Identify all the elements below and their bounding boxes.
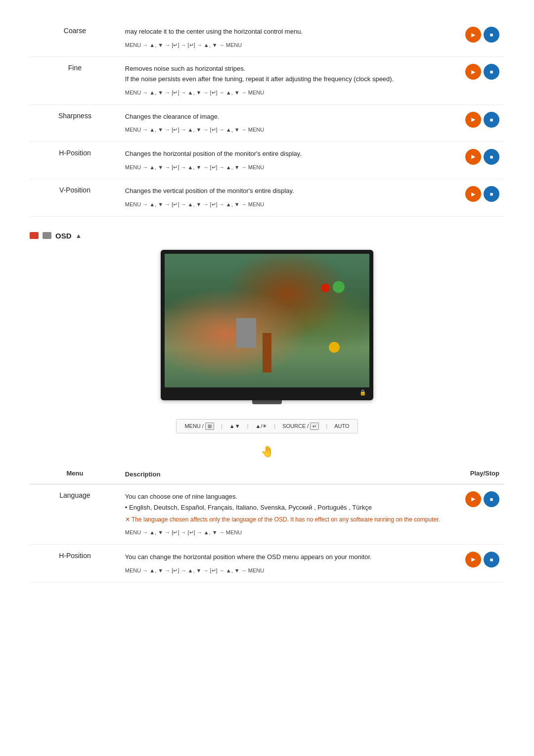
- menu-path: MENU → ▲, ▼ → [↵] → ▲, ▼ → [↵] → ▲, ▼ → …: [125, 126, 443, 135]
- stop-button[interactable]: [484, 149, 499, 165]
- settings-row: V-PositionChanges the vertical position …: [30, 179, 504, 216]
- play-button[interactable]: [465, 149, 481, 165]
- stop-button[interactable]: [484, 64, 499, 80]
- lantern-yellow: [329, 342, 340, 353]
- play-button[interactable]: [465, 64, 481, 80]
- settings-table: Coarsemay relocate it to the center usin…: [30, 20, 504, 217]
- osd-col-menu-header: Menu: [30, 466, 120, 484]
- ctrl-menu: MENU / ⊞: [184, 423, 214, 430]
- hand-icon: 🤚: [261, 445, 274, 458]
- setting-name: H-Position: [30, 142, 120, 179]
- control-bar-container: MENU / ⊞ | ▲▼ | ▲/☀ | SOURCE / ↵ | AUTO: [30, 419, 504, 433]
- lantern-red: [321, 284, 330, 292]
- osd-play-button[interactable]: [465, 491, 481, 507]
- monitor-display: 🔒: [161, 250, 373, 400]
- monitor-screen: [165, 254, 369, 387]
- osd-section-divider: OSD ▲: [30, 232, 504, 240]
- osd-row-buttons: [448, 484, 504, 544]
- osd-menu-path: MENU → ▲, ▼ → [↵] → [↵] → ▲, ▼ → MENU: [125, 528, 443, 537]
- ctrl-source-box: ↵: [310, 423, 319, 430]
- setting-description: Removes noise such as horizontal stripes…: [120, 57, 448, 104]
- play-button[interactable]: [465, 186, 481, 202]
- ctrl-auto: AUTO: [334, 423, 349, 429]
- tree-trunk: [263, 333, 271, 373]
- control-bar: MENU / ⊞ | ▲▼ | ▲/☀ | SOURCE / ↵ | AUTO: [176, 419, 357, 433]
- osd-section-arrow: ▲: [76, 232, 82, 239]
- osd-stop-button[interactable]: [484, 491, 499, 507]
- section-icon-gray: [43, 232, 51, 239]
- osd-stop-button[interactable]: [484, 552, 499, 567]
- osd-menu-path: MENU → ▲, ▼ → [↵] → ▲, ▼ → [↵] → ▲, ▼ → …: [125, 567, 443, 575]
- setting-buttons: [448, 104, 504, 142]
- monitor-stand: [252, 400, 282, 404]
- settings-row: SharpnessChanges the clearance of image.…: [30, 104, 504, 142]
- setting-buttons: [448, 142, 504, 179]
- osd-row-description: You can choose one of nine languages.• E…: [120, 484, 448, 544]
- setting-name: Coarse: [30, 20, 120, 57]
- stop-button[interactable]: [484, 186, 499, 202]
- monitor-screen-content: [165, 254, 369, 387]
- monitor-container: 🔒: [30, 250, 504, 404]
- monitor-lock-icon: 🔒: [359, 389, 366, 396]
- osd-row-name: Language: [30, 484, 120, 544]
- setting-name: Sharpness: [30, 104, 120, 142]
- osd-row: H-PositionYou can change the horizontal …: [30, 544, 504, 582]
- section-icon-red: [30, 232, 39, 239]
- play-button[interactable]: [465, 27, 481, 43]
- osd-col-playstop-header: Play/Stop: [448, 466, 504, 484]
- osd-row: LanguageYou can choose one of nine langu…: [30, 484, 504, 544]
- ctrl-brightness: ▲▼: [229, 423, 240, 429]
- menu-path: MENU → ▲, ▼ → [↵] → ▲, ▼ → [↵] → ▲, ▼ → …: [125, 163, 443, 172]
- settings-row: FineRemoves noise such as horizontal str…: [30, 57, 504, 104]
- osd-row-buttons: [448, 544, 504, 582]
- setting-description: Changes the horizontal position of the m…: [120, 142, 448, 179]
- osd-settings-table: Menu Description Play/Stop LanguageYou c…: [30, 466, 504, 582]
- hand-icon-container: 🤚: [30, 443, 504, 458]
- ctrl-brightness-sun: ▲/☀: [255, 423, 267, 429]
- settings-row: Coarsemay relocate it to the center usin…: [30, 20, 504, 57]
- setting-description: may relocate it to the center using the …: [120, 20, 448, 57]
- menu-path: MENU → ▲, ▼ → [↵] → ▲, ▼ → [↵] → ▲, ▼ → …: [125, 89, 443, 97]
- stop-button[interactable]: [484, 112, 499, 128]
- stop-button[interactable]: [484, 27, 499, 43]
- menu-path: MENU → ▲, ▼ → [↵] → [↵] → ▲, ▼ → MENU: [125, 41, 443, 50]
- setting-buttons: [448, 57, 504, 104]
- osd-row-name: H-Position: [30, 544, 120, 582]
- osd-row-description: You can change the horizontal position w…: [120, 544, 448, 582]
- brightness-icon: ▲▼: [229, 423, 240, 429]
- monitor-frame: 🔒: [161, 250, 373, 404]
- settings-row: H-PositionChanges the horizontal positio…: [30, 142, 504, 179]
- monitor-bottom-bar: 🔒: [165, 387, 369, 397]
- osd-warning: ✕ The language chosen affects only the l…: [125, 515, 443, 524]
- menu-path: MENU → ▲, ▼ → [↵] → ▲, ▼ → [↵] → ▲, ▼ → …: [125, 200, 443, 209]
- green-dot: [333, 281, 345, 293]
- osd-col-desc-header: Description: [120, 466, 448, 484]
- ctrl-menu-box: ⊞: [205, 423, 214, 430]
- play-button[interactable]: [465, 112, 481, 128]
- setting-description: Changes the vertical position of the mon…: [120, 179, 448, 216]
- ctrl-source: SOURCE / ↵: [282, 423, 319, 430]
- pagoda: [236, 318, 256, 348]
- setting-name: Fine: [30, 57, 120, 104]
- osd-section-title: OSD: [55, 232, 72, 240]
- setting-buttons: [448, 20, 504, 57]
- page-container: Coarsemay relocate it to the center usin…: [0, 0, 534, 612]
- osd-play-button[interactable]: [465, 552, 481, 567]
- setting-description: Changes the clearance of image.MENU → ▲,…: [120, 104, 448, 142]
- setting-buttons: [448, 179, 504, 216]
- setting-name: V-Position: [30, 179, 120, 216]
